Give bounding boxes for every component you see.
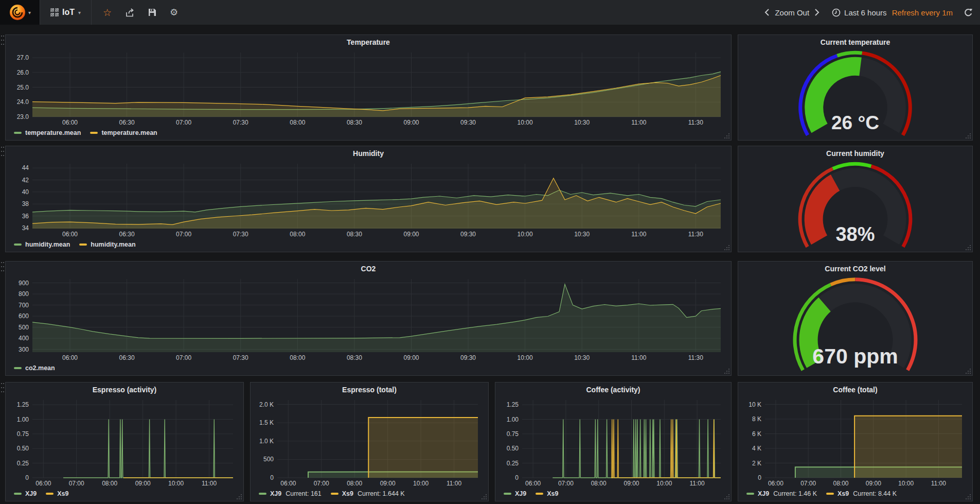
resize-handle-icon[interactable] [481, 494, 487, 499]
svg-text:09:00: 09:00 [135, 480, 151, 487]
legend-item[interactable]: humidity.mean [79, 241, 135, 248]
svg-text:07:00: 07:00 [176, 119, 191, 126]
legend-item[interactable]: temperature.mean [14, 129, 81, 136]
resize-handle-icon[interactable] [724, 368, 729, 374]
svg-text:0: 0 [758, 474, 761, 481]
panel-title[interactable]: Espresso (activity) [9, 384, 240, 396]
panel-espresso-total: Espresso (total) 06:0007:0008:0009:0010:… [250, 382, 489, 501]
panel-co2: CO2 06:0006:3007:0007:3008:0008:3009:000… [5, 261, 732, 376]
grafana-logo-button[interactable]: ▾ [0, 0, 40, 25]
row-drag-handle[interactable] [1, 34, 5, 46]
svg-text:09:30: 09:30 [460, 354, 476, 361]
svg-text:1.25: 1.25 [17, 401, 29, 408]
grafana-logo-icon [9, 4, 26, 21]
svg-text:06:30: 06:30 [119, 354, 135, 361]
legend-item[interactable]: Xs9 [536, 490, 558, 497]
svg-text:800: 800 [19, 290, 29, 298]
panel-title[interactable]: Humidity [9, 147, 728, 160]
svg-text:10:00: 10:00 [168, 480, 184, 487]
svg-text:0: 0 [270, 474, 274, 481]
legend-swatch-icon [14, 367, 22, 369]
save-icon[interactable] [148, 8, 156, 16]
svg-text:42: 42 [22, 177, 29, 184]
panel-title[interactable]: CO2 [9, 263, 728, 275]
legend-item[interactable]: XJ9Current: 161 [259, 490, 322, 497]
gear-icon[interactable]: ⚙ [170, 8, 178, 17]
legend-item[interactable]: temperature.mean [90, 129, 157, 136]
gauge-value: 26 °C [831, 112, 879, 133]
panel-title[interactable]: Coffee (activity) [498, 384, 728, 396]
gauge-current-humidity: 38% [741, 160, 969, 250]
star-icon[interactable]: ☆ [103, 8, 112, 18]
resize-handle-icon[interactable] [724, 133, 729, 138]
legend-swatch-icon [746, 493, 754, 495]
resize-handle-icon[interactable] [965, 494, 971, 499]
svg-text:300: 300 [19, 346, 29, 353]
legend-swatch-icon [331, 493, 338, 495]
resize-handle-icon[interactable] [965, 245, 971, 250]
graph-coffee-total[interactable]: 06:0007:0008:0009:0010:0011:0002 K4 K6 K… [741, 396, 969, 488]
panel-humidity: Humidity 06:0006:3007:0007:3008:0008:300… [5, 146, 732, 252]
resize-handle-icon[interactable] [724, 245, 729, 250]
legend-item[interactable]: XJ9Current: 1.46 K [746, 490, 817, 497]
legend-swatch-icon [536, 493, 543, 495]
panel-title[interactable]: Coffee (total) [741, 384, 969, 396]
graph-humidity[interactable]: 06:0006:3007:0007:3008:0008:3009:0009:30… [9, 160, 728, 239]
legend-item[interactable]: Xs9Current: 1.644 K [331, 490, 405, 497]
graph-temperature[interactable]: 06:0006:3007:0007:3008:0008:3009:0009:30… [9, 48, 728, 127]
panel-title[interactable]: Temperature [9, 36, 728, 48]
svg-text:23.0: 23.0 [17, 113, 29, 120]
panel-title[interactable]: Current humidity [741, 147, 969, 160]
navbar: ▾ IoT ▾ ☆ ⚙ Zoom Out [0, 0, 980, 25]
svg-text:0.25: 0.25 [17, 460, 29, 467]
share-icon[interactable] [125, 8, 135, 17]
row-drag-handle[interactable] [1, 382, 5, 393]
svg-text:40: 40 [22, 188, 29, 196]
graph-espresso-activity[interactable]: 06:0007:0008:0009:0010:0011:0000.250.500… [9, 396, 240, 488]
row-drag-handle[interactable] [1, 261, 5, 272]
legend-swatch-icon [14, 132, 22, 134]
dashboard-picker[interactable]: IoT ▾ [40, 0, 92, 25]
graph-co2[interactable]: 06:0006:3007:0007:3008:0008:3009:0009:30… [9, 275, 728, 362]
svg-text:06:00: 06:00 [525, 480, 541, 487]
legend-item[interactable]: co2.mean [14, 364, 55, 372]
svg-text:11:30: 11:30 [688, 231, 703, 238]
svg-text:0.75: 0.75 [17, 430, 29, 438]
legend-item[interactable]: Xs9Current: 8.44 K [826, 490, 897, 497]
svg-text:0: 0 [25, 474, 29, 481]
resize-handle-icon[interactable] [965, 133, 971, 138]
legend-item[interactable]: XJ9 [14, 490, 37, 497]
legend: XJ9Xs9 [9, 488, 240, 499]
svg-text:06:00: 06:00 [768, 480, 783, 487]
chevron-left-icon[interactable] [764, 8, 770, 16]
chevron-right-icon[interactable] [814, 8, 819, 16]
legend: humidity.meanhumidity.mean [9, 239, 728, 250]
resize-handle-icon[interactable] [236, 494, 242, 499]
panel-title[interactable]: Current CO2 level [741, 263, 969, 275]
zoom-out-button[interactable]: Zoom Out [775, 8, 809, 17]
refresh-icon[interactable] [964, 8, 973, 17]
svg-text:900: 900 [19, 280, 29, 287]
legend-item[interactable]: Xs9 [46, 490, 68, 497]
refresh-interval-button[interactable]: Refresh every 1m [892, 8, 953, 17]
gauge-current-co2-level: 670 ppm [741, 275, 969, 374]
graph-coffee-activity[interactable]: 06:0007:0008:0009:0010:0011:0000.250.500… [498, 396, 728, 488]
svg-text:44: 44 [22, 164, 29, 171]
legend-item[interactable]: XJ9 [504, 490, 526, 497]
legend-item[interactable]: humidity.mean [14, 241, 70, 248]
graph-espresso-total[interactable]: 06:0007:0008:0009:0010:0011:0005001.0 K1… [254, 396, 485, 488]
svg-text:27.0: 27.0 [17, 54, 29, 61]
legend-swatch-icon [14, 493, 22, 495]
panel-title[interactable]: Current temperature [741, 36, 969, 48]
panel-title[interactable]: Espresso (total) [254, 384, 485, 396]
svg-text:10:00: 10:00 [656, 480, 672, 487]
row-drag-handle[interactable] [1, 146, 5, 157]
resize-handle-icon[interactable] [965, 368, 971, 374]
svg-text:10:00: 10:00 [518, 119, 533, 126]
resize-handle-icon[interactable] [724, 494, 729, 499]
legend: XJ9Xs9 [498, 488, 728, 499]
svg-text:25.0: 25.0 [17, 84, 29, 91]
svg-text:06:30: 06:30 [119, 231, 135, 238]
svg-text:08:00: 08:00 [290, 354, 305, 361]
time-range-button[interactable]: Last 6 hours [832, 8, 887, 17]
